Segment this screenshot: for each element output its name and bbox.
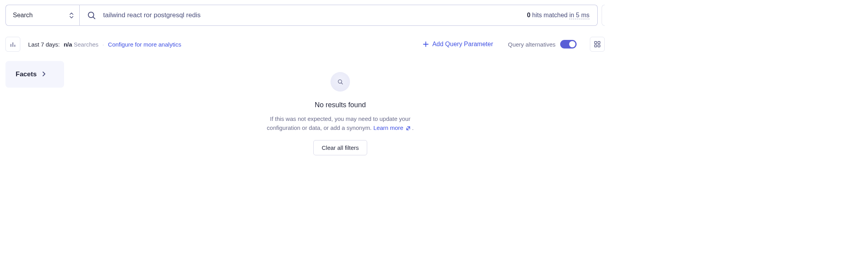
search-icon — [87, 11, 96, 20]
svg-rect-10 — [598, 45, 600, 47]
search-input[interactable] — [103, 11, 520, 19]
hits-matched-label: hits matched — [532, 12, 568, 18]
add-query-parameter-button[interactable]: Add Query Parameter — [423, 41, 493, 48]
svg-rect-9 — [595, 45, 597, 47]
add-query-label: Add Query Parameter — [432, 41, 493, 48]
empty-subtitle: If this was not expected, you may need t… — [267, 115, 414, 132]
query-alt-label: Query alternatives — [508, 41, 555, 48]
svg-line-1 — [93, 17, 95, 19]
chevron-right-icon — [42, 71, 46, 78]
chevron-updown-icon — [69, 12, 74, 19]
query-alternatives-control: Query alternatives — [508, 40, 577, 49]
empty-state: No results found If this was not expecte… — [76, 61, 605, 155]
clear-all-filters-button[interactable]: Clear all filters — [313, 140, 367, 155]
separator-dot: · — [102, 41, 104, 48]
search-box: 0 hits matched in 5 ms — [80, 5, 598, 26]
plus-icon — [423, 41, 429, 47]
facets-panel-toggle[interactable]: Facets — [5, 61, 64, 88]
query-alternatives-toggle[interactable] — [560, 40, 577, 49]
svg-rect-7 — [595, 41, 597, 44]
hits-summary: 0 hits matched in 5 ms — [527, 12, 589, 19]
period-label: Last 7 days: — [28, 41, 60, 48]
empty-search-icon — [330, 72, 350, 92]
hits-count: 0 — [527, 12, 530, 18]
searches-label: Searches — [74, 41, 98, 48]
searches-count: n/a — [64, 41, 72, 48]
facets-title: Facets — [16, 70, 37, 78]
search-mode-label: Search — [13, 12, 33, 19]
toggle-knob — [569, 41, 575, 47]
configure-analytics-link[interactable]: Configure for more analytics — [108, 41, 181, 48]
empty-title: No results found — [314, 101, 366, 109]
svg-line-12 — [341, 83, 343, 84]
learn-more-link[interactable]: Learn more — [373, 124, 412, 131]
hits-duration: in 5 ms — [569, 12, 589, 19]
analytics-summary: Last 7 days: n/a Searches · Configure fo… — [28, 41, 181, 48]
right-drawer-handle[interactable] — [602, 5, 605, 26]
layout-grid-button[interactable] — [590, 37, 605, 52]
search-mode-select[interactable]: Search — [5, 5, 80, 26]
analytics-chart-button[interactable] — [5, 37, 20, 52]
svg-rect-8 — [598, 41, 600, 44]
